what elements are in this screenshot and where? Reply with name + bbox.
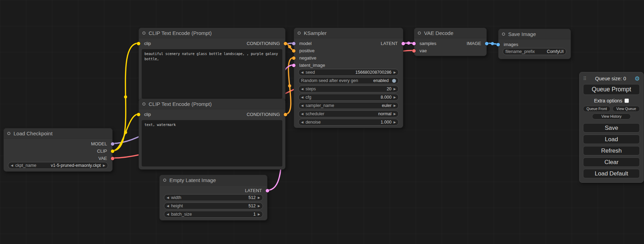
widget-name: seed <box>306 70 315 75</box>
view-queue-button[interactable]: View Queue <box>612 106 640 112</box>
input-port-images[interactable] <box>496 43 500 46</box>
slot-row: positive <box>294 47 403 54</box>
graph-canvas[interactable]: Load Checkpoint MODEL CLIP VAE ◀ ckpt_na… <box>0 0 644 244</box>
toggle-knob-icon[interactable] <box>392 79 396 83</box>
increment-arrow-icon[interactable]: ▶ <box>394 104 396 107</box>
node-ksampler[interactable]: KSampler model LATENT positive negative … <box>294 28 403 128</box>
decrement-arrow-icon[interactable]: ◀ <box>167 213 169 216</box>
link-clip-negative <box>113 114 139 151</box>
queue-size-label: Queue size: 0 <box>586 76 634 81</box>
output-port-vae[interactable] <box>111 157 114 160</box>
input-port-positive[interactable] <box>292 49 295 53</box>
collapse-dot-icon[interactable] <box>163 179 166 182</box>
decrement-arrow-icon[interactable]: ◀ <box>301 71 303 74</box>
input-port-latent-image[interactable] <box>292 64 295 67</box>
slot-row: samples IMAGE <box>414 40 486 47</box>
view-history-button[interactable]: View History <box>592 114 631 119</box>
link-midpoint-clip-positive <box>124 96 127 99</box>
decrement-arrow-icon[interactable]: ◀ <box>301 88 303 91</box>
decrement-arrow-icon[interactable]: ◀ <box>301 121 303 124</box>
collapse-dot-icon[interactable] <box>7 132 10 135</box>
decrement-arrow-icon[interactable]: ◀ <box>11 164 13 167</box>
widget-ckpt-name[interactable]: ◀ ckpt_name v1-5-pruned-emaonly.ckpt ▶ <box>8 162 108 169</box>
node-title-bar[interactable]: Save Image <box>499 29 571 39</box>
decrement-arrow-icon[interactable]: ◀ <box>167 205 169 208</box>
widget-seed[interactable]: ◀ seed 156680208700286 ▶ <box>298 69 399 76</box>
increment-arrow-icon[interactable]: ▶ <box>394 71 396 74</box>
collapse-dot-icon[interactable] <box>418 31 421 35</box>
output-port-latent[interactable] <box>402 42 405 45</box>
decrement-arrow-icon[interactable]: ◀ <box>301 96 303 99</box>
collapse-dot-icon[interactable] <box>502 33 505 36</box>
input-port-clip[interactable] <box>137 42 140 45</box>
prompt-textarea[interactable]: text, watermark <box>142 120 282 166</box>
input-label-clip: clip <box>139 41 151 46</box>
increment-arrow-icon[interactable]: ▶ <box>258 196 260 199</box>
input-port-clip[interactable] <box>137 113 140 116</box>
node-save-image[interactable]: Save Image images filename_prefix ComfyU… <box>498 29 571 59</box>
output-port-clip[interactable] <box>111 150 114 153</box>
node-clip-text-encode-negative[interactable]: CLIP Text Encode (Prompt) clip CONDITION… <box>139 99 285 170</box>
increment-arrow-icon[interactable]: ▶ <box>258 205 260 208</box>
increment-arrow-icon[interactable]: ▶ <box>258 213 260 216</box>
node-vae-decode[interactable]: VAE Decode samples IMAGE vae <box>414 28 487 56</box>
output-port-model[interactable] <box>111 142 114 146</box>
node-load-checkpoint[interactable]: Load Checkpoint MODEL CLIP VAE ◀ ckpt_na… <box>3 128 113 172</box>
increment-arrow-icon[interactable]: ▶ <box>394 88 396 91</box>
output-port-conditioning[interactable] <box>284 42 287 45</box>
node-empty-latent-image[interactable]: Empty Latent Image LATENT ◀ width 512 ▶ … <box>159 175 267 220</box>
widget-height[interactable]: ◀ height 512 ▶ <box>164 202 263 209</box>
node-clip-text-encode-positive[interactable]: CLIP Text Encode (Prompt) clip CONDITION… <box>139 28 285 102</box>
gear-icon[interactable]: ⚙ <box>635 76 640 82</box>
increment-arrow-icon[interactable]: ▶ <box>394 112 396 116</box>
increment-arrow-icon[interactable]: ▶ <box>394 96 396 99</box>
decrement-arrow-icon[interactable]: ◀ <box>167 196 169 199</box>
save-button[interactable]: Save <box>583 123 640 133</box>
widget-width[interactable]: ◀ width 512 ▶ <box>164 194 263 201</box>
output-port-image[interactable] <box>485 42 488 45</box>
widget-cfg[interactable]: ◀ cfg 8.000 ▶ <box>298 94 399 101</box>
input-port-negative[interactable] <box>292 56 295 60</box>
increment-arrow-icon[interactable]: ▶ <box>394 121 396 124</box>
slot-row: vae <box>414 47 486 54</box>
load-default-button[interactable]: Load Default <box>583 169 640 178</box>
widget-random-seed-toggle[interactable]: Random seed after every gen enabled <box>298 77 399 84</box>
node-body: LATENT ◀ width 512 ▶ ◀ height 512 ▶ ◀ ba… <box>160 186 267 220</box>
node-title-bar[interactable]: Load Checkpoint <box>4 128 112 139</box>
output-port-latent[interactable] <box>266 189 269 192</box>
load-button[interactable]: Load <box>583 135 640 144</box>
decrement-arrow-icon[interactable]: ◀ <box>301 112 303 116</box>
node-title-bar[interactable]: CLIP Text Encode (Prompt) <box>139 99 285 109</box>
extra-options-label: Extra options <box>594 98 623 103</box>
widget-scheduler[interactable]: ◀ scheduler normal ▶ <box>298 110 399 117</box>
output-port-conditioning[interactable] <box>284 113 287 116</box>
node-title-bar[interactable]: Empty Latent Image <box>160 175 267 186</box>
link-midpoint-conditioning-positive <box>288 45 291 48</box>
collapse-dot-icon[interactable] <box>142 31 145 35</box>
node-title-bar[interactable]: VAE Decode <box>414 28 486 38</box>
input-port-model[interactable] <box>292 42 295 45</box>
widget-sampler-name[interactable]: ◀ sampler_name euler ▶ <box>298 102 399 109</box>
decrement-arrow-icon[interactable]: ◀ <box>301 104 303 107</box>
widget-batch-size[interactable]: ◀ batch_size 1 ▶ <box>164 211 263 218</box>
input-port-samples[interactable] <box>412 42 416 45</box>
collapse-dot-icon[interactable] <box>142 102 145 106</box>
input-port-vae[interactable] <box>412 49 416 53</box>
widget-value: 20 <box>387 87 391 91</box>
widget-filename-prefix[interactable]: filename_prefix ComfyUI <box>503 48 566 55</box>
node-title-bar[interactable]: CLIP Text Encode (Prompt) <box>139 28 285 38</box>
queue-prompt-button[interactable]: Queue Prompt <box>583 84 640 95</box>
output-label-latent: LATENT <box>245 188 267 193</box>
queue-front-button[interactable]: Queue Front <box>583 106 610 112</box>
drag-handle-icon[interactable]: ⠿ <box>583 76 586 81</box>
node-title-bar[interactable]: KSampler <box>294 28 403 38</box>
widget-steps[interactable]: ◀ steps 20 ▶ <box>298 85 399 92</box>
increment-arrow-icon[interactable]: ▶ <box>103 164 105 167</box>
widget-denoise[interactable]: ◀ denoise 1.000 ▶ <box>298 119 399 126</box>
node-title: VAE Decode <box>424 30 453 36</box>
collapse-dot-icon[interactable] <box>298 31 301 35</box>
clear-button[interactable]: Clear <box>583 157 640 167</box>
prompt-textarea[interactable]: beautiful scenery nature glass bottle la… <box>142 49 282 99</box>
refresh-button[interactable]: Refresh <box>583 146 640 155</box>
extra-options-checkbox[interactable] <box>625 99 629 103</box>
